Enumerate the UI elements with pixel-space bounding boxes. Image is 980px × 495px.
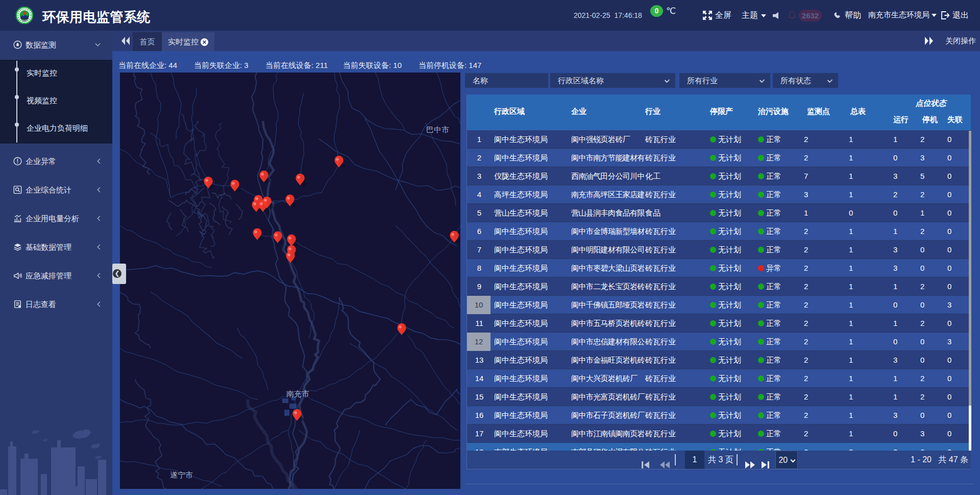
svg-text:遂宁市: 遂宁市	[170, 470, 193, 479]
svg-text:南充市: 南充市	[286, 389, 309, 398]
svg-text:巴中市: 巴中市	[426, 125, 449, 134]
